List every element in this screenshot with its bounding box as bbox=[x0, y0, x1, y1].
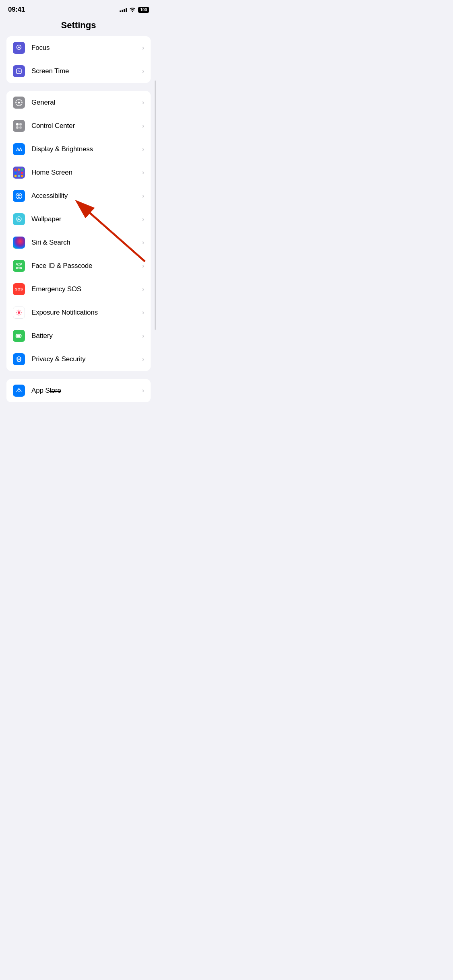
status-icons: 100 bbox=[120, 7, 149, 13]
wallpaper-label: Wallpaper bbox=[31, 215, 139, 223]
svg-rect-30 bbox=[17, 335, 21, 337]
app-store-label: App Store bbox=[31, 387, 139, 395]
home-screen-icon bbox=[13, 167, 25, 179]
svg-rect-14 bbox=[20, 263, 22, 264]
battery-chevron: › bbox=[142, 332, 144, 340]
settings-item-display[interactable]: AA Display & Brightness › bbox=[6, 138, 151, 161]
emergency-sos-chevron: › bbox=[142, 286, 144, 293]
svg-point-11 bbox=[19, 194, 20, 195]
control-center-label: Control Center bbox=[31, 122, 139, 130]
svg-point-18 bbox=[20, 265, 21, 266]
svg-point-22 bbox=[19, 315, 20, 316]
status-bar: 09:41 100 bbox=[0, 0, 157, 17]
focus-icon bbox=[13, 42, 25, 54]
settings-item-battery[interactable]: Battery › bbox=[6, 324, 151, 348]
settings-item-face-id[interactable]: Face ID & Passcode › bbox=[6, 254, 151, 278]
siri-label: Siri & Search bbox=[31, 239, 139, 247]
svg-point-24 bbox=[21, 312, 22, 313]
svg-point-25 bbox=[17, 310, 18, 311]
accessibility-icon bbox=[13, 190, 25, 202]
app-store-chevron: › bbox=[142, 387, 144, 394]
emergency-sos-label: Emergency SOS bbox=[31, 285, 139, 293]
privacy-icon bbox=[13, 353, 25, 365]
screen-time-icon bbox=[13, 65, 25, 77]
svg-point-27 bbox=[17, 314, 18, 315]
settings-item-wallpaper[interactable]: Wallpaper › bbox=[6, 208, 151, 231]
svg-rect-7 bbox=[19, 123, 22, 126]
settings-item-focus[interactable]: Focus › bbox=[6, 36, 151, 60]
display-label: Display & Brightness bbox=[31, 145, 139, 153]
settings-item-general[interactable]: General › bbox=[6, 91, 151, 114]
page-title: Settings bbox=[0, 17, 157, 36]
display-icon: AA bbox=[13, 143, 25, 155]
signal-icon bbox=[120, 7, 127, 12]
battery-icon: 100 bbox=[138, 7, 149, 13]
exposure-label: Exposure Notifications bbox=[31, 309, 139, 317]
general-icon bbox=[13, 97, 25, 109]
emergency-sos-icon: SOS bbox=[13, 283, 25, 295]
settings-item-privacy[interactable]: Privacy & Security › bbox=[6, 348, 151, 371]
settings-group-3: App Store › bbox=[6, 379, 151, 402]
control-center-chevron: › bbox=[142, 122, 144, 130]
svg-rect-16 bbox=[20, 268, 22, 269]
wallpaper-icon bbox=[13, 213, 25, 225]
siri-icon bbox=[13, 237, 25, 249]
settings-item-app-store[interactable]: App Store › bbox=[6, 379, 151, 402]
face-id-label: Face ID & Passcode bbox=[31, 262, 139, 270]
svg-point-21 bbox=[19, 310, 20, 311]
wallpaper-chevron: › bbox=[142, 216, 144, 223]
settings-item-exposure[interactable]: Exposure Notifications › bbox=[6, 301, 151, 324]
svg-rect-8 bbox=[16, 126, 19, 129]
exposure-chevron: › bbox=[142, 309, 144, 316]
control-center-icon bbox=[13, 120, 25, 132]
accessibility-chevron: › bbox=[142, 192, 144, 200]
battery-label: Battery bbox=[31, 332, 139, 340]
general-label: General bbox=[31, 99, 139, 107]
svg-point-23 bbox=[16, 312, 17, 313]
svg-point-26 bbox=[20, 314, 21, 315]
wifi-icon bbox=[129, 7, 136, 13]
siri-chevron: › bbox=[142, 239, 144, 246]
settings-item-screen-time[interactable]: Screen Time › bbox=[6, 60, 151, 83]
settings-item-control-center[interactable]: Control Center › bbox=[6, 114, 151, 138]
exposure-icon bbox=[13, 307, 25, 319]
svg-rect-9 bbox=[19, 126, 22, 129]
settings-item-accessibility[interactable]: Accessibility › bbox=[6, 184, 151, 208]
home-screen-chevron: › bbox=[142, 169, 144, 176]
screen-time-label: Screen Time bbox=[31, 67, 139, 75]
settings-item-siri[interactable]: Siri & Search › bbox=[6, 231, 151, 254]
svg-point-17 bbox=[18, 265, 19, 266]
settings-item-emergency-sos[interactable]: SOS Emergency SOS › bbox=[6, 278, 151, 301]
svg-point-12 bbox=[18, 218, 19, 219]
accessibility-label: Accessibility bbox=[31, 192, 139, 200]
settings-group-2: General › Control Center › AA Display & … bbox=[6, 91, 151, 371]
svg-point-5 bbox=[18, 102, 20, 104]
status-time: 09:41 bbox=[8, 6, 25, 14]
svg-point-0 bbox=[18, 47, 20, 48]
focus-label: Focus bbox=[31, 44, 139, 52]
face-id-chevron: › bbox=[142, 262, 144, 270]
settings-group-1: Focus › Screen Time › bbox=[6, 36, 151, 83]
display-chevron: › bbox=[142, 146, 144, 153]
privacy-label: Privacy & Security bbox=[31, 355, 139, 363]
general-chevron: › bbox=[142, 99, 144, 106]
focus-chevron: › bbox=[142, 44, 144, 51]
svg-point-20 bbox=[18, 311, 20, 314]
app-store-icon bbox=[13, 385, 25, 397]
screen-time-chevron: › bbox=[142, 68, 144, 75]
privacy-chevron: › bbox=[142, 356, 144, 363]
svg-rect-15 bbox=[16, 268, 18, 269]
settings-item-home-screen[interactable]: Home Screen › bbox=[6, 161, 151, 184]
home-screen-label: Home Screen bbox=[31, 169, 139, 177]
svg-rect-13 bbox=[16, 263, 18, 264]
face-id-icon bbox=[13, 260, 25, 272]
scroll-indicator bbox=[155, 80, 156, 330]
battery-icon bbox=[13, 330, 25, 342]
svg-point-28 bbox=[20, 310, 21, 311]
svg-rect-6 bbox=[16, 123, 19, 126]
